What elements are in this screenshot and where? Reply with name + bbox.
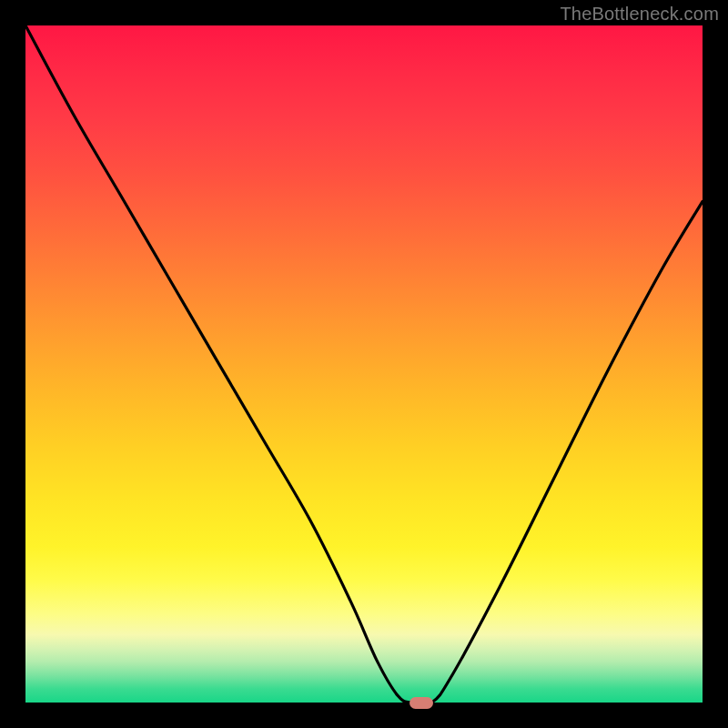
chart-frame: TheBottleneck.com xyxy=(0,0,728,728)
watermark-text: TheBottleneck.com xyxy=(560,4,719,25)
optimal-point-marker xyxy=(410,697,433,709)
plot-area xyxy=(25,25,703,703)
curve-path xyxy=(25,25,703,705)
bottleneck-curve xyxy=(25,25,703,703)
